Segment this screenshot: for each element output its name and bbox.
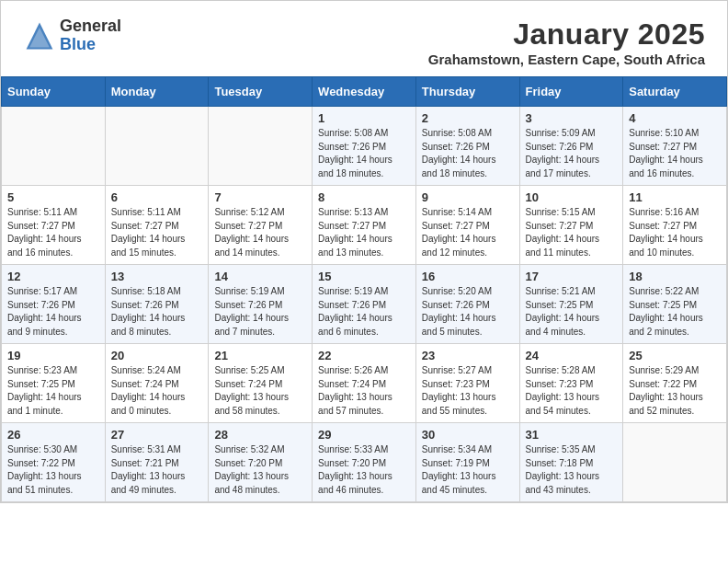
- week-row-3: 19Sunrise: 5:23 AM Sunset: 7:25 PM Dayli…: [2, 344, 727, 423]
- day-cell: 8Sunrise: 5:13 AM Sunset: 7:27 PM Daylig…: [313, 186, 416, 265]
- day-cell: 9Sunrise: 5:14 AM Sunset: 7:27 PM Daylig…: [415, 186, 519, 265]
- day-info: Sunrise: 5:20 AM Sunset: 7:26 PM Dayligh…: [422, 285, 514, 339]
- day-number: 4: [629, 111, 721, 125]
- day-number: 18: [629, 270, 721, 283]
- day-info: Sunrise: 5:22 AM Sunset: 7:25 PM Dayligh…: [629, 285, 721, 339]
- day-cell: 31Sunrise: 5:35 AM Sunset: 7:18 PM Dayli…: [519, 423, 623, 502]
- day-info: Sunrise: 5:15 AM Sunset: 7:27 PM Dayligh…: [526, 206, 618, 259]
- week-row-2: 12Sunrise: 5:17 AM Sunset: 7:26 PM Dayli…: [2, 265, 727, 344]
- day-number: 26: [7, 428, 99, 442]
- day-info: Sunrise: 5:10 AM Sunset: 7:27 PM Dayligh…: [629, 127, 721, 180]
- day-number: 3: [526, 111, 618, 125]
- day-cell: 7Sunrise: 5:12 AM Sunset: 7:27 PM Daylig…: [209, 186, 313, 265]
- day-number: 11: [629, 190, 721, 204]
- day-info: Sunrise: 5:16 AM Sunset: 7:27 PM Dayligh…: [629, 206, 721, 259]
- logo-general-text: General: [60, 17, 121, 36]
- day-info: Sunrise: 5:30 AM Sunset: 7:22 PM Dayligh…: [7, 443, 99, 497]
- day-cell: 6Sunrise: 5:11 AM Sunset: 7:27 PM Daylig…: [105, 186, 209, 265]
- day-info: Sunrise: 5:11 AM Sunset: 7:27 PM Dayligh…: [111, 206, 203, 259]
- header-cell-monday: Monday: [105, 77, 209, 107]
- header: General Blue January 2025 Grahamstown, E…: [1, 1, 727, 76]
- day-number: 7: [214, 190, 306, 204]
- day-cell: 13Sunrise: 5:18 AM Sunset: 7:26 PM Dayli…: [105, 265, 209, 344]
- day-cell: [105, 107, 209, 186]
- day-cell: 21Sunrise: 5:25 AM Sunset: 7:24 PM Dayli…: [209, 344, 313, 423]
- week-row-0: 1Sunrise: 5:08 AM Sunset: 7:26 PM Daylig…: [2, 107, 727, 186]
- week-row-1: 5Sunrise: 5:11 AM Sunset: 7:27 PM Daylig…: [2, 186, 727, 265]
- day-number: 23: [422, 349, 514, 362]
- day-number: 13: [111, 270, 203, 283]
- day-number: 6: [111, 190, 203, 204]
- day-cell: 18Sunrise: 5:22 AM Sunset: 7:25 PM Dayli…: [623, 265, 727, 344]
- day-info: Sunrise: 5:08 AM Sunset: 7:26 PM Dayligh…: [318, 127, 410, 180]
- day-cell: 26Sunrise: 5:30 AM Sunset: 7:22 PM Dayli…: [2, 423, 106, 502]
- day-number: 24: [526, 349, 618, 362]
- day-number: 12: [7, 270, 99, 283]
- day-number: 21: [214, 349, 306, 362]
- day-info: Sunrise: 5:12 AM Sunset: 7:27 PM Dayligh…: [214, 206, 306, 259]
- day-cell: 1Sunrise: 5:08 AM Sunset: 7:26 PM Daylig…: [313, 107, 416, 186]
- day-cell: 4Sunrise: 5:10 AM Sunset: 7:27 PM Daylig…: [623, 107, 727, 186]
- day-number: 25: [629, 349, 721, 362]
- header-cell-thursday: Thursday: [415, 77, 519, 107]
- day-number: 29: [318, 428, 410, 442]
- day-number: 14: [214, 270, 306, 283]
- day-info: Sunrise: 5:25 AM Sunset: 7:24 PM Dayligh…: [214, 364, 306, 418]
- logo-icon: [23, 19, 56, 52]
- day-info: Sunrise: 5:18 AM Sunset: 7:26 PM Dayligh…: [111, 285, 203, 339]
- day-info: Sunrise: 5:33 AM Sunset: 7:20 PM Dayligh…: [318, 443, 410, 497]
- day-number: 15: [318, 270, 410, 283]
- day-cell: 22Sunrise: 5:26 AM Sunset: 7:24 PM Dayli…: [313, 344, 416, 423]
- day-number: 28: [214, 428, 306, 442]
- day-cell: 5Sunrise: 5:11 AM Sunset: 7:27 PM Daylig…: [2, 186, 106, 265]
- day-info: Sunrise: 5:29 AM Sunset: 7:22 PM Dayligh…: [629, 364, 721, 418]
- day-number: 8: [318, 190, 410, 204]
- day-number: 16: [422, 270, 514, 283]
- day-cell: 15Sunrise: 5:19 AM Sunset: 7:26 PM Dayli…: [313, 265, 416, 344]
- calendar-header: SundayMondayTuesdayWednesdayThursdayFrid…: [2, 77, 727, 107]
- day-cell: [2, 107, 106, 186]
- day-info: Sunrise: 5:32 AM Sunset: 7:20 PM Dayligh…: [214, 443, 306, 497]
- day-info: Sunrise: 5:31 AM Sunset: 7:21 PM Dayligh…: [111, 443, 203, 497]
- header-cell-saturday: Saturday: [623, 77, 727, 107]
- day-info: Sunrise: 5:23 AM Sunset: 7:25 PM Dayligh…: [7, 364, 99, 418]
- day-number: 1: [318, 111, 410, 125]
- header-cell-friday: Friday: [519, 77, 623, 107]
- day-info: Sunrise: 5:27 AM Sunset: 7:23 PM Dayligh…: [422, 364, 514, 418]
- logo: General Blue: [23, 17, 121, 54]
- month-year: January 2025: [428, 17, 705, 52]
- day-info: Sunrise: 5:14 AM Sunset: 7:27 PM Dayligh…: [422, 206, 514, 259]
- day-number: 30: [422, 428, 514, 442]
- calendar-page: General Blue January 2025 Grahamstown, E…: [0, 0, 728, 503]
- day-info: Sunrise: 5:09 AM Sunset: 7:26 PM Dayligh…: [526, 127, 618, 180]
- day-number: 9: [422, 190, 514, 204]
- day-cell: 19Sunrise: 5:23 AM Sunset: 7:25 PM Dayli…: [2, 344, 106, 423]
- header-cell-sunday: Sunday: [2, 77, 106, 107]
- day-cell: 28Sunrise: 5:32 AM Sunset: 7:20 PM Dayli…: [209, 423, 313, 502]
- day-cell: 12Sunrise: 5:17 AM Sunset: 7:26 PM Dayli…: [2, 265, 106, 344]
- day-cell: 14Sunrise: 5:19 AM Sunset: 7:26 PM Dayli…: [209, 265, 313, 344]
- day-number: 31: [526, 428, 618, 442]
- day-cell: 23Sunrise: 5:27 AM Sunset: 7:23 PM Dayli…: [415, 344, 519, 423]
- logo-text: General Blue: [60, 17, 121, 54]
- day-cell: 16Sunrise: 5:20 AM Sunset: 7:26 PM Dayli…: [415, 265, 519, 344]
- day-cell: 30Sunrise: 5:34 AM Sunset: 7:19 PM Dayli…: [415, 423, 519, 502]
- day-cell: 29Sunrise: 5:33 AM Sunset: 7:20 PM Dayli…: [313, 423, 416, 502]
- day-number: 19: [7, 349, 99, 362]
- day-cell: 2Sunrise: 5:08 AM Sunset: 7:26 PM Daylig…: [415, 107, 519, 186]
- day-info: Sunrise: 5:34 AM Sunset: 7:19 PM Dayligh…: [422, 443, 514, 497]
- day-cell: [623, 423, 727, 502]
- day-cell: 20Sunrise: 5:24 AM Sunset: 7:24 PM Dayli…: [105, 344, 209, 423]
- day-cell: 24Sunrise: 5:28 AM Sunset: 7:23 PM Dayli…: [519, 344, 623, 423]
- day-cell: 10Sunrise: 5:15 AM Sunset: 7:27 PM Dayli…: [519, 186, 623, 265]
- day-number: 10: [526, 190, 618, 204]
- week-row-4: 26Sunrise: 5:30 AM Sunset: 7:22 PM Dayli…: [2, 423, 727, 502]
- day-info: Sunrise: 5:13 AM Sunset: 7:27 PM Dayligh…: [318, 206, 410, 259]
- day-cell: 27Sunrise: 5:31 AM Sunset: 7:21 PM Dayli…: [105, 423, 209, 502]
- title-area: January 2025 Grahamstown, Eastern Cape, …: [428, 17, 705, 67]
- header-row: SundayMondayTuesdayWednesdayThursdayFrid…: [2, 77, 727, 107]
- calendar-table: SundayMondayTuesdayWednesdayThursdayFrid…: [1, 76, 727, 502]
- day-cell: [209, 107, 313, 186]
- day-number: 20: [111, 349, 203, 362]
- calendar-body: 1Sunrise: 5:08 AM Sunset: 7:26 PM Daylig…: [2, 107, 727, 502]
